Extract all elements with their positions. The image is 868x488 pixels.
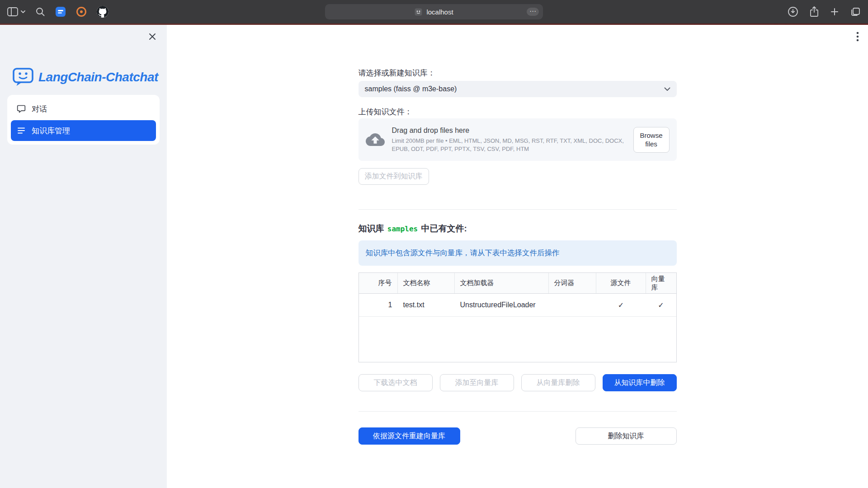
- page-settings-icon[interactable]: ⋯: [527, 8, 539, 16]
- sidebar-toggle-icon[interactable]: [7, 7, 18, 16]
- extension-orange-icon[interactable]: [76, 6, 87, 17]
- column-header[interactable]: 文档加载器: [455, 273, 549, 293]
- cell-splitter: [549, 294, 596, 316]
- files-table: 序号 文档名称 文档加载器 分词器 源文件 向量库 1 test.txt Uns…: [359, 272, 677, 362]
- close-icon[interactable]: [148, 32, 157, 42]
- remove-from-vector-button[interactable]: 从向量库删除: [521, 374, 595, 391]
- logo-text: LangChain-Chatchat: [38, 70, 158, 84]
- file-actions: 下载选中文档 添加至向量库 从向量库删除 从知识库中删除: [359, 374, 677, 391]
- dropzone-limit: Limit 200MB per file • EML, HTML, JSON, …: [392, 137, 626, 153]
- page-decoration-bar: [0, 23, 868, 25]
- column-header[interactable]: 向量库: [646, 273, 676, 293]
- knowledge-base-icon: [17, 126, 26, 135]
- url-bar[interactable]: localhost ⋯: [325, 4, 543, 19]
- divider: [359, 411, 677, 412]
- file-dropzone[interactable]: Drag and drop files here Limit 200MB per…: [359, 118, 677, 161]
- table-empty-area: [359, 317, 676, 362]
- site-favicon: [415, 8, 422, 16]
- add-to-kb-button[interactable]: 添加文件到知识库: [359, 168, 429, 185]
- main-area: 请选择或新建知识库： samples (faiss @ m3e-base) 上传…: [167, 25, 868, 488]
- column-header[interactable]: 文档名称: [398, 273, 455, 293]
- info-banner: 知识库中包含源文件与向量库，请从下表中选择文件后操作: [359, 240, 677, 266]
- kb-selectbox[interactable]: samples (faiss @ m3e-base): [359, 81, 677, 97]
- tab-overview-icon[interactable]: [850, 7, 861, 17]
- sidebar-item-knowledge-base[interactable]: 知识库管理: [11, 120, 156, 141]
- content-column: 请选择或新建知识库： samples (faiss @ m3e-base) 上传…: [359, 25, 677, 445]
- url-text: localhost: [426, 8, 453, 16]
- sidebar-item-label: 对话: [32, 104, 47, 114]
- logo-icon: [13, 67, 33, 87]
- dropzone-title: Drag and drop files here: [392, 127, 626, 135]
- sidebar-item-dialogue[interactable]: 对话: [11, 99, 156, 119]
- chat-bubble-icon: [17, 104, 26, 113]
- cell-loader: UnstructuredFileLoader: [455, 294, 549, 316]
- upload-label: 上传知识文件：: [359, 107, 677, 117]
- divider: [359, 209, 677, 210]
- chevron-down-icon: [664, 87, 670, 91]
- share-icon[interactable]: [809, 6, 819, 18]
- kb-name-code: samples: [387, 225, 419, 233]
- kb-actions: 依据源文件重建向量库 删除知识库: [359, 427, 677, 445]
- cell-filename: test.txt: [398, 294, 455, 316]
- rebuild-vector-store-button[interactable]: 依据源文件重建向量库: [359, 427, 460, 445]
- github-icon[interactable]: [97, 6, 108, 18]
- overflow-menu-icon[interactable]: [856, 31, 859, 43]
- table-row[interactable]: 1 test.txt UnstructuredFileLoader ✓ ✓: [359, 294, 676, 317]
- app-logo: LangChain-Chatchat: [13, 67, 167, 87]
- app-page: LangChain-Chatchat 对话 知识库管理 请选择或新建知识库：: [0, 25, 868, 488]
- add-to-vector-button[interactable]: 添加至向量库: [440, 374, 514, 391]
- kb-files-heading: 知识库 samples 中已有文件:: [359, 223, 677, 235]
- kb-select-label: 请选择或新建知识库：: [359, 68, 677, 78]
- sidebar-menu: 对话 知识库管理: [7, 95, 160, 145]
- browse-files-button[interactable]: Browse files: [633, 127, 670, 153]
- delete-kb-button[interactable]: 删除知识库: [576, 427, 677, 445]
- delete-from-kb-button[interactable]: 从知识库中删除: [603, 374, 677, 391]
- extension-blue-icon[interactable]: [55, 6, 66, 17]
- download-selected-button[interactable]: 下载选中文档: [359, 374, 433, 391]
- browser-toolbar: localhost ⋯: [0, 0, 868, 23]
- column-header[interactable]: 源文件: [596, 273, 646, 293]
- sidebar: LangChain-Chatchat 对话 知识库管理: [0, 25, 167, 488]
- downloads-icon[interactable]: [788, 6, 798, 17]
- cell-vector-check: ✓: [646, 294, 676, 316]
- cell-serial: 1: [359, 294, 398, 316]
- chevron-down-icon[interactable]: [21, 10, 25, 14]
- sidebar-item-label: 知识库管理: [32, 126, 70, 136]
- heading-prefix: 知识库: [359, 224, 387, 233]
- dropzone-text: Drag and drop files here Limit 200MB per…: [392, 127, 626, 153]
- search-icon[interactable]: [35, 7, 45, 17]
- kb-selected-value: samples (faiss @ m3e-base): [365, 85, 457, 93]
- heading-suffix: 中已有文件:: [419, 224, 467, 233]
- column-header[interactable]: 序号: [359, 273, 398, 293]
- new-tab-icon[interactable]: [830, 7, 839, 16]
- upload-cloud-icon: [366, 130, 385, 149]
- column-header[interactable]: 分词器: [549, 273, 596, 293]
- cell-source-check: ✓: [596, 294, 646, 316]
- table-header-row: 序号 文档名称 文档加载器 分词器 源文件 向量库: [359, 273, 676, 294]
